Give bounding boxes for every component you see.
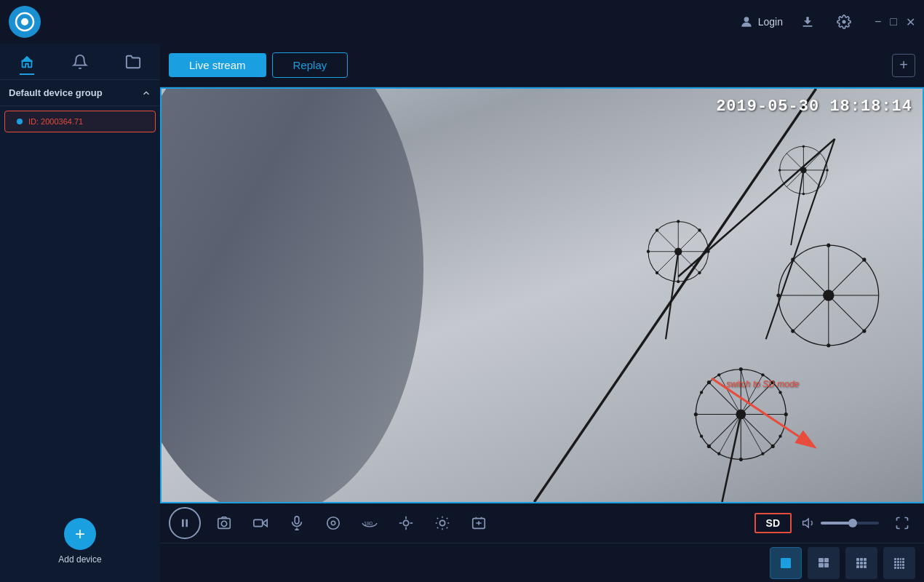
sd-quality-button[interactable]: SD (754, 513, 792, 533)
app-logo (9, 6, 41, 38)
svg-line-105 (437, 527, 438, 528)
svg-rect-87 (295, 517, 299, 524)
settings-button[interactable] (832, 10, 856, 33)
svg-rect-83 (186, 519, 188, 527)
record-button[interactable] (247, 510, 274, 536)
maximize-button[interactable]: □ (890, 15, 897, 28)
svg-point-93 (403, 520, 408, 525)
sidebar-item-alerts[interactable] (53, 49, 106, 73)
record-icon (252, 515, 268, 531)
tab-replay[interactable]: Replay (272, 52, 349, 78)
folder-icon (125, 54, 141, 70)
main-area: Default device group ID: 2000364.71 + Ad… (0, 44, 924, 582)
device-status-dot (17, 119, 23, 124)
sidebar-item-files[interactable] (107, 49, 160, 73)
svg-point-66 (826, 169, 828, 171)
sidebar-item-home[interactable] (0, 49, 53, 73)
svg-point-41 (677, 280, 680, 283)
minimize-button[interactable]: − (875, 15, 881, 28)
svg-point-65 (802, 145, 805, 147)
svg-point-51 (823, 290, 834, 300)
topbar: Login − □ ✕ (0, 0, 924, 44)
layout-2x2-icon (819, 558, 829, 568)
svg-point-56 (791, 258, 794, 261)
device-id-label: ID: 2000364.71 (28, 117, 83, 126)
svg-point-98 (439, 520, 445, 525)
cam-settings-button[interactable] (466, 510, 492, 536)
fullscreen-button[interactable] (889, 510, 915, 536)
ptz-button[interactable] (393, 510, 419, 536)
snapshot-icon (216, 515, 232, 531)
video-feed: 2019-05-30 18:18:14 (160, 87, 924, 503)
cam-settings-icon (471, 515, 487, 531)
sidebar: Default device group ID: 2000364.71 + Ad… (0, 44, 160, 582)
svg-line-106 (447, 518, 447, 519)
color-icon (325, 515, 341, 531)
chevron-up-icon (141, 88, 151, 98)
pause-button[interactable] (169, 507, 201, 539)
volume-thumb (848, 519, 857, 527)
svg-point-53 (776, 293, 780, 297)
svg-line-101 (437, 518, 438, 519)
add-circle-icon: + (64, 518, 96, 550)
add-device-label: Add device (58, 554, 101, 565)
volume-icon (802, 516, 816, 530)
device-group-header[interactable]: Default device group (0, 80, 160, 106)
add-view-button[interactable]: + (892, 54, 915, 77)
svg-point-43 (656, 228, 658, 231)
svg-point-42 (698, 228, 701, 231)
fullscreen-icon (895, 516, 909, 530)
layout-4x4-button[interactable] (883, 547, 915, 579)
layout-4x4-icon (894, 558, 904, 568)
login-area[interactable]: Login (739, 15, 783, 29)
download-icon (800, 15, 815, 29)
snapshot-button[interactable] (211, 510, 237, 536)
video-container: 2019-05-30 18:18:14 (160, 87, 924, 503)
svg-point-68 (802, 193, 805, 195)
home-icon (19, 54, 35, 70)
volume-area (802, 516, 879, 530)
volume-slider[interactable] (821, 522, 879, 525)
svg-point-67 (778, 169, 781, 171)
svg-point-85 (221, 521, 226, 526)
plant-silhouettes (428, 89, 923, 502)
svg-point-57 (862, 329, 866, 332)
sidebar-nav (0, 44, 160, 80)
camera-scene: 2019-05-30 18:18:14 (162, 89, 923, 502)
video-timestamp: 2019-05-30 18:18:14 (716, 97, 912, 116)
mic-button[interactable] (284, 510, 310, 536)
annotation-arrow (690, 364, 835, 458)
svg-point-40 (647, 250, 650, 253)
layout-1x1-button[interactable] (770, 547, 802, 579)
svg-point-91 (331, 521, 335, 525)
tab-livestream[interactable]: Live stream (169, 53, 266, 77)
svg-point-44 (698, 271, 701, 274)
layout-3x3-button[interactable] (845, 547, 877, 579)
color-button[interactable] (320, 510, 346, 536)
svg-point-52 (827, 244, 830, 247)
sidebar-footer: + Add device (0, 137, 160, 582)
view180-icon: 180 (360, 515, 379, 531)
download-button[interactable] (796, 10, 819, 33)
svg-point-55 (862, 258, 866, 261)
device-item[interactable]: ID: 2000364.71 (4, 111, 156, 132)
topbar-actions: Login − □ ✕ (739, 10, 915, 33)
bell-icon (72, 54, 88, 70)
view180-button[interactable]: 180 (357, 510, 383, 536)
light-button[interactable] (429, 510, 455, 536)
mic-icon (289, 515, 305, 531)
svg-point-38 (677, 220, 680, 223)
wall-background (162, 89, 423, 502)
close-button[interactable]: ✕ (906, 15, 915, 29)
svg-line-81 (712, 378, 799, 436)
svg-point-45 (656, 271, 658, 274)
svg-rect-86 (254, 519, 263, 526)
svg-point-2 (744, 17, 749, 22)
layout-1x1-icon (781, 558, 791, 568)
controls-bar: 180 (160, 503, 924, 543)
content-area: Live stream Replay + 2019-05-30 18:18:14 (160, 44, 924, 582)
add-device-button[interactable]: + Add device (58, 518, 101, 565)
layout-2x2-button[interactable] (808, 547, 840, 579)
pause-icon (179, 517, 191, 529)
gear-icon (837, 15, 851, 29)
